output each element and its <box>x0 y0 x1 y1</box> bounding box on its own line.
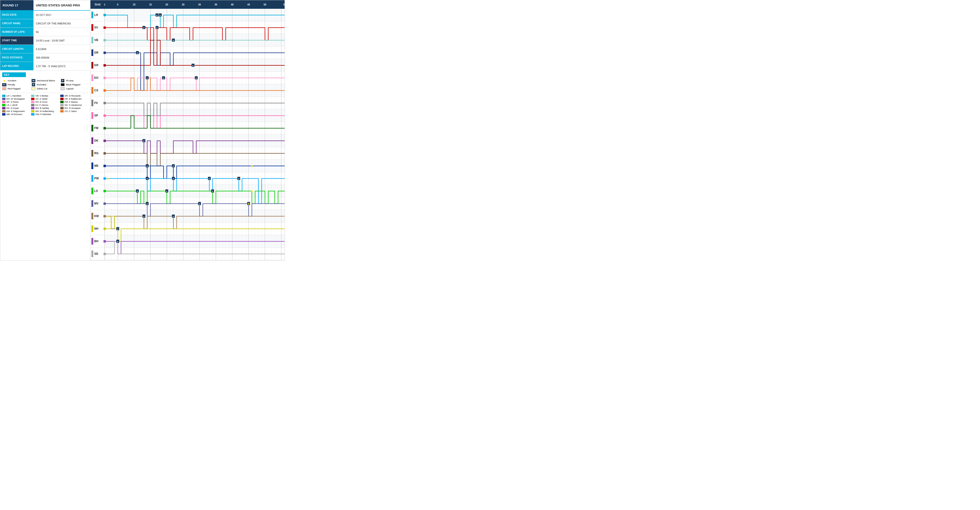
key-grid: ★AccidentMMechanical failurePPit stopPeP… <box>2 79 88 91</box>
driver-code: FM <box>94 126 98 130</box>
circuit-name-label: CIRCUIT NAME: <box>0 19 33 27</box>
race-date-value: 22 OCT 2017 <box>33 11 54 19</box>
row-label: MV <box>91 197 105 210</box>
chart-row: EO <box>91 71 285 84</box>
driver-color-bar <box>91 125 93 132</box>
canvas-area <box>105 21 285 34</box>
driver-key-item: BH: B Hartley <box>31 107 59 110</box>
driver-key-label: ME: M Ericsson <box>6 113 22 116</box>
driver-key-label: FA: F Alonso <box>35 104 48 106</box>
driver-key-item: DK: D Kvyat <box>2 107 30 110</box>
num-laps-row: NUMBER OF LAPS: 56 <box>0 28 90 36</box>
chart-row: FM <box>91 122 285 135</box>
canvas-area <box>105 71 285 84</box>
driver-color-bar <box>91 62 93 68</box>
driver-key-item: VB: V Bottas <box>31 94 59 97</box>
key-symbol-icon <box>60 83 65 86</box>
driver-key-item: EO: E Ocon <box>31 100 59 103</box>
key-symbol-item: Black Flagged <box>60 83 88 86</box>
driver-key-label: LS: L Stroll <box>6 104 18 106</box>
chart-row: FA <box>91 97 285 110</box>
key-symbol-label: Mechanical failure <box>37 79 55 82</box>
driver-key-item: RG: R Grosjean <box>60 107 88 110</box>
driver-color-dot <box>2 104 5 106</box>
row-label: FA <box>91 97 105 109</box>
driver-code: BH <box>94 240 98 243</box>
race-distance-row: RACE DISTANCE: 308.405KM <box>0 53 90 62</box>
driver-key-label: BH: B Hartley <box>35 107 49 110</box>
row-label: LS <box>91 185 105 197</box>
driver-color-bar <box>91 100 93 106</box>
driver-key-item: NH: N Hulkenberg <box>31 110 59 113</box>
circuit-name-row: CIRCUIT NAME: CIRCUIT OF THE AMERICAS <box>0 19 90 28</box>
lap-number: 45 <box>247 3 250 6</box>
row-label: ME <box>91 160 105 172</box>
lap-number: 5 <box>117 3 118 6</box>
lap-record-value: 1:37.766 - S Vettel [2017] <box>33 62 68 70</box>
circuit-length-row: CIRCUIT LENGTH: 5.513KM <box>0 45 90 53</box>
driver-key-item: CS: C Sainz <box>60 110 88 113</box>
driver-key-label: PW: P Wehrlein <box>35 113 51 116</box>
driver-key-item: DR: D Ricciardo <box>60 94 88 97</box>
chart-row: CS <box>91 84 285 97</box>
driver-key-label: DR: D Ricciardo <box>65 94 81 97</box>
driver-code: SD <box>94 252 98 256</box>
chart-row: RG <box>91 147 285 160</box>
canvas-area <box>105 160 285 172</box>
canvas-area <box>105 59 285 71</box>
driver-key-item: FM: F Massa <box>60 100 88 103</box>
driver-key-item: MV: M Verstappen <box>2 97 30 100</box>
row-label: FM <box>91 122 105 134</box>
driver-color-bar <box>91 24 93 31</box>
key-symbol-label: Excluded <box>37 83 46 86</box>
key-symbol-item: MMechanical failure <box>31 79 59 82</box>
driver-grid: LH: L HamiltonVB: V BottasDR: D Ricciard… <box>2 94 88 116</box>
driver-code: MV <box>94 202 99 205</box>
key-symbol-item: ★Accident <box>2 79 30 82</box>
start-time-label: START TIME <box>0 36 33 44</box>
driver-code: SV <box>94 26 98 29</box>
chart-row: DK <box>91 135 285 147</box>
key-symbol-item: PePenalty <box>2 83 30 86</box>
canvas-area <box>105 248 285 260</box>
driver-code: DK <box>94 139 98 142</box>
driver-code: ME <box>94 164 99 167</box>
key-title: KEY <box>2 72 26 77</box>
circuit-length-label: CIRCUIT LENGTH: <box>0 45 33 53</box>
canvas-area <box>105 46 285 59</box>
canvas-area <box>105 9 285 21</box>
driver-color-dot <box>31 95 34 97</box>
lap-numbers: 1510152025303540455056 <box>105 0 285 9</box>
circuit-name-value: CIRCUIT OF THE AMERICAS <box>33 19 73 27</box>
driver-color-dot <box>2 101 5 103</box>
driver-key-label: SV: S Vettel <box>35 97 47 100</box>
row-label: SD <box>91 248 105 260</box>
canvas-area <box>105 235 285 248</box>
race-distance-label: RACE DISTANCE: <box>0 53 33 62</box>
driver-color-dot <box>31 104 34 106</box>
driver-color-dot <box>2 107 5 110</box>
driver-key-label: KR: K Raikkonen <box>65 97 82 100</box>
row-label: DK <box>91 135 105 147</box>
driver-key-item: SD: S Vandoorne <box>60 104 88 106</box>
driver-color-bar <box>91 175 93 182</box>
driver-color-dot <box>2 113 5 116</box>
lap-record-row: LAP RECORD: 1:37.766 - S Vettel [2017] <box>0 62 90 70</box>
driver-color-dot <box>31 110 34 113</box>
key-symbol-icon <box>2 87 6 91</box>
start-time-row: START TIME 14:00 Local - 19:00 GMT <box>0 36 90 45</box>
chart-row: SP <box>91 110 285 122</box>
driver-code: SP <box>94 114 98 117</box>
race-date-row: RACE DATE: 22 OCT 2017 <box>0 11 90 19</box>
key-symbol-icon: E <box>31 83 36 86</box>
canvas-area <box>105 210 285 222</box>
canvas-area <box>105 147 285 160</box>
driver-code: FA <box>94 101 98 105</box>
driver-color-bar <box>91 238 93 245</box>
lap-number: 1 <box>104 3 105 6</box>
driver-code: RG <box>94 152 99 155</box>
driver-key-item: ME: M Ericsson <box>2 113 30 116</box>
driver-key-label: EO: E Ocon <box>35 100 48 103</box>
driver-key-label: FM: F Massa <box>65 100 78 103</box>
driver-key-label: SD: S Vandoorne <box>65 104 82 106</box>
